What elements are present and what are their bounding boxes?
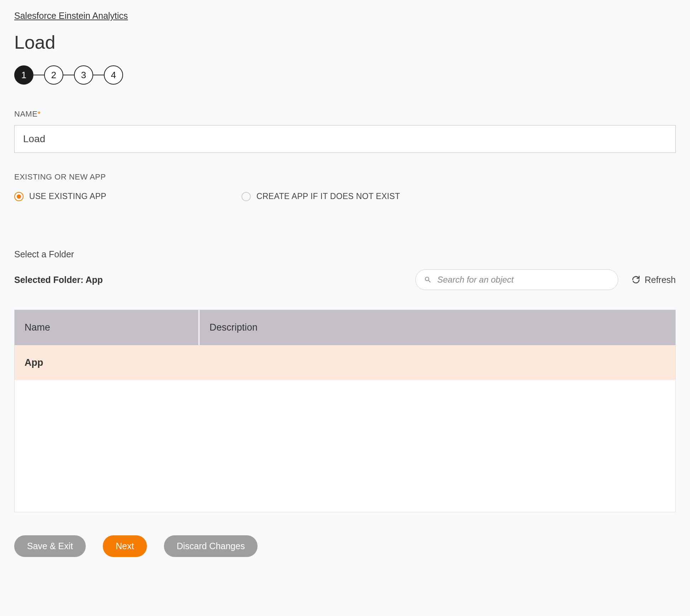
table-header: Name Description — [15, 310, 675, 345]
stepper: 1 2 3 4 — [14, 65, 676, 85]
search-icon — [424, 276, 432, 284]
select-folder-label: Select a Folder — [14, 249, 676, 259]
page-title: Load — [14, 32, 676, 53]
step-1[interactable]: 1 — [14, 65, 33, 85]
radio-label: CREATE APP IF IT DOES NOT EXIST — [256, 192, 400, 201]
required-asterisk: * — [38, 109, 41, 118]
step-line — [33, 75, 44, 75]
cell-description — [200, 345, 675, 380]
step-3[interactable]: 3 — [74, 65, 93, 85]
selected-folder: Selected Folder: App — [14, 275, 103, 285]
search-input[interactable] — [415, 269, 618, 290]
step-line — [93, 75, 104, 75]
folder-table: Name Description App — [14, 310, 676, 512]
discard-changes-button[interactable]: Discard Changes — [164, 535, 258, 557]
step-4[interactable]: 4 — [104, 65, 123, 85]
search-wrapper — [415, 269, 618, 290]
table-row[interactable]: App — [15, 345, 675, 380]
app-section-label: EXISTING OR NEW APP — [14, 172, 676, 182]
column-header-name[interactable]: Name — [15, 310, 200, 345]
column-header-description[interactable]: Description — [200, 310, 675, 345]
radio-create-app[interactable]: CREATE APP IF IT DOES NOT EXIST — [242, 192, 400, 201]
refresh-button[interactable]: Refresh — [632, 275, 676, 285]
next-button[interactable]: Next — [103, 535, 147, 557]
breadcrumb-link[interactable]: Salesforce Einstein Analytics — [14, 11, 128, 21]
refresh-label: Refresh — [644, 275, 676, 285]
radio-label: USE EXISTING APP — [29, 192, 106, 201]
radio-icon — [242, 192, 251, 201]
radio-use-existing[interactable]: USE EXISTING APP — [14, 192, 106, 201]
step-2[interactable]: 2 — [44, 65, 63, 85]
radio-icon — [14, 192, 23, 201]
name-label: NAME* — [14, 109, 676, 119]
step-line — [63, 75, 74, 75]
name-input[interactable] — [14, 125, 676, 153]
save-exit-button[interactable]: Save & Exit — [14, 535, 86, 557]
refresh-icon — [632, 275, 640, 284]
cell-name: App — [15, 345, 200, 380]
